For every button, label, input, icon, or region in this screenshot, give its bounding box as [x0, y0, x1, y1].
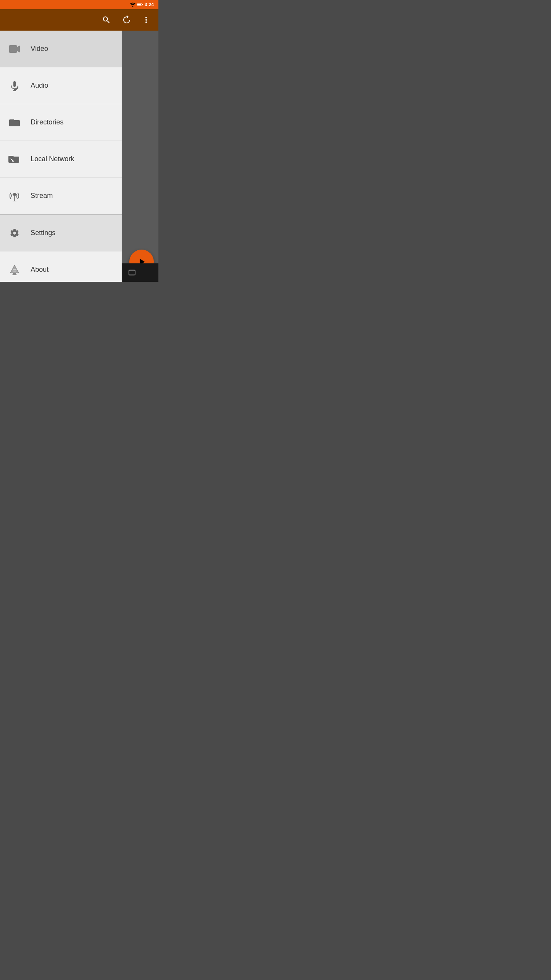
more-icon — [142, 15, 151, 24]
drawer-item-local-network[interactable]: Local Network — [0, 141, 122, 178]
drawer-item-stream[interactable]: Stream — [0, 178, 122, 214]
about-icon — [8, 263, 21, 277]
drawer-item-directories-label: Directories — [31, 118, 64, 126]
drawer-item-audio[interactable]: Audio — [0, 67, 122, 104]
wifi-icon — [130, 2, 135, 7]
battery-icon — [137, 3, 143, 7]
svg-rect-14 — [129, 270, 135, 275]
search-button[interactable] — [97, 11, 116, 29]
svg-rect-9 — [13, 273, 16, 274]
svg-rect-10 — [12, 274, 17, 275]
directories-icon — [8, 116, 21, 129]
drawer-item-directories[interactable]: Directories — [0, 104, 122, 141]
drawer-item-about-label: About — [31, 266, 49, 274]
svg-rect-3 — [9, 45, 17, 53]
svg-marker-4 — [17, 46, 20, 52]
svg-rect-2 — [142, 4, 143, 5]
history-icon — [122, 15, 131, 24]
video-icon — [8, 42, 21, 56]
audio-icon — [8, 79, 21, 93]
drawer-item-local-network-label: Local Network — [31, 155, 74, 163]
history-button[interactable] — [117, 11, 135, 29]
toolbar — [0, 9, 158, 31]
more-button[interactable] — [137, 11, 155, 29]
status-icons: 3:24 — [130, 2, 154, 7]
drawer-item-settings-label: Settings — [31, 229, 55, 237]
drawer-item-about[interactable]: About — [0, 252, 122, 282]
svg-point-5 — [12, 161, 13, 162]
drawer-item-audio-label: Audio — [31, 82, 48, 90]
content-area — [122, 31, 158, 282]
drawer-item-settings[interactable]: Settings — [0, 215, 122, 252]
drawer-item-stream-label: Stream — [31, 192, 53, 200]
status-time: 3:24 — [145, 2, 154, 7]
drawer: Video Audio Directories — [0, 31, 122, 282]
settings-icon — [8, 226, 21, 240]
stream-icon — [8, 189, 21, 203]
status-bar: 3:24 — [0, 0, 158, 9]
svg-rect-1 — [137, 4, 141, 5]
search-icon — [102, 15, 111, 24]
local-network-icon — [8, 152, 21, 166]
drawer-item-video[interactable]: Video — [0, 31, 122, 67]
drawer-item-video-label: Video — [31, 45, 48, 53]
recent-icon — [128, 270, 136, 276]
